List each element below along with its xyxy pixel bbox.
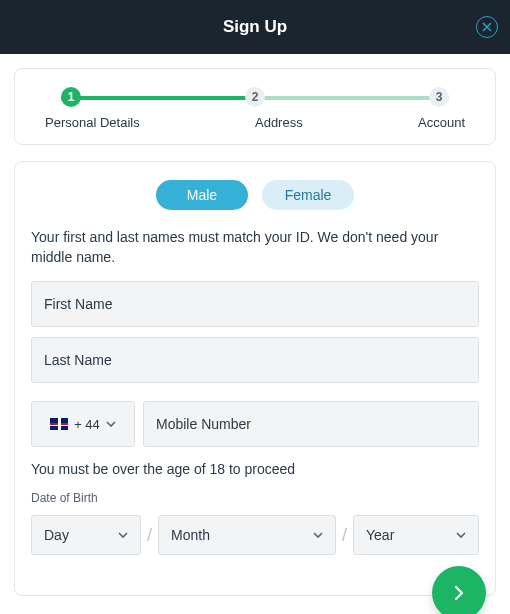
dob-label: Date of Birth [31,491,479,505]
country-code-text: + 44 [74,417,100,432]
name-hint-text: Your first and last names must match you… [31,228,479,267]
close-button[interactable] [476,16,498,38]
dob-year-select[interactable]: Year [353,515,479,555]
close-icon [482,22,492,32]
chevron-down-icon [106,419,116,429]
page-body: 1 2 3 Personal Details Address Account M… [0,54,510,614]
uk-flag-icon [50,418,68,430]
step-2-label: Address [255,115,303,130]
gender-male-button[interactable]: Male [156,180,248,210]
dob-separator: / [147,525,152,546]
chevron-down-icon [456,530,466,540]
progress-stepper: 1 2 3 Personal Details Address Account [14,68,496,145]
stepper-bar-incomplete [255,96,449,100]
chevron-down-icon [118,530,128,540]
stepper-bar-complete [61,96,255,100]
dob-day-text: Day [44,527,69,543]
stepper-track: 1 2 3 [51,87,459,107]
modal-title: Sign Up [223,17,287,37]
step-labels: Personal Details Address Account [45,115,465,130]
chevron-down-icon [313,530,323,540]
step-1-node: 1 [61,87,81,107]
country-code-select[interactable]: + 44 [31,401,135,447]
last-name-input[interactable] [31,337,479,383]
dob-row: Day / Month / Year [31,515,479,555]
gender-female-button[interactable]: Female [262,180,354,210]
step-3-label: Account [418,115,465,130]
dob-year-text: Year [366,527,394,543]
modal-header: Sign Up [0,0,510,54]
dob-month-select[interactable]: Month [158,515,336,555]
age-requirement-text: You must be over the age of 18 to procee… [31,461,479,477]
phone-row: + 44 [31,401,479,447]
mobile-number-input[interactable] [143,401,479,447]
form-card: Male Female Your first and last names mu… [14,161,496,596]
gender-toggle: Male Female [31,180,479,210]
step-3-node: 3 [429,87,449,107]
step-1-label: Personal Details [45,115,140,130]
dob-day-select[interactable]: Day [31,515,141,555]
dob-month-text: Month [171,527,210,543]
first-name-input[interactable] [31,281,479,327]
next-button[interactable] [432,566,486,614]
dob-separator: / [342,525,347,546]
step-2-node: 2 [245,87,265,107]
chevron-right-icon [451,585,467,601]
